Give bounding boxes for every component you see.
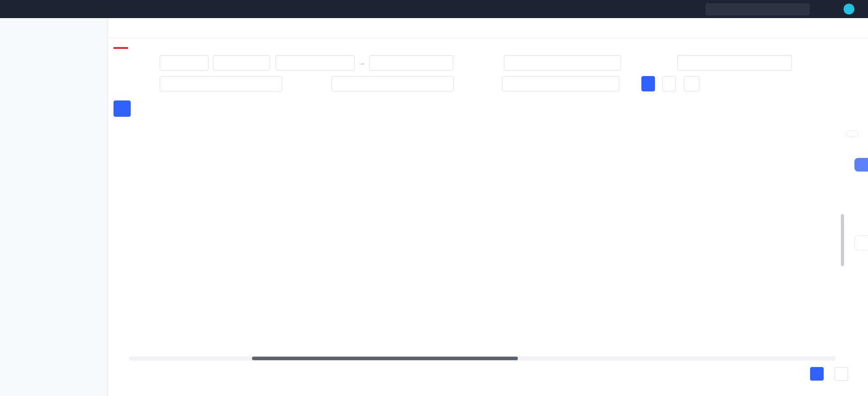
- supplier-select[interactable]: [504, 55, 621, 71]
- tab-bar: [108, 18, 868, 39]
- topbar: [0, 0, 868, 18]
- store-select[interactable]: [502, 76, 619, 91]
- filter-row-2: [114, 76, 863, 91]
- scrollbar-thumb[interactable]: [252, 357, 518, 360]
- global-search[interactable]: [706, 3, 810, 15]
- scroll-left-icon[interactable]: [114, 355, 120, 362]
- date-end-value[interactable]: [374, 59, 446, 67]
- scrollbar-track[interactable]: [129, 356, 835, 361]
- subtab-row: [108, 39, 868, 51]
- query-button[interactable]: [641, 76, 655, 91]
- search-input[interactable]: [714, 5, 805, 13]
- date-end-input[interactable]: [369, 55, 453, 71]
- sidebar-spacer: [5, 41, 103, 86]
- sidebar-home[interactable]: [5, 22, 103, 41]
- results-table-viewport: [114, 124, 843, 353]
- customer-service-tab[interactable]: [854, 235, 868, 250]
- sidebar-section-label: [5, 86, 103, 96]
- product-input[interactable]: [165, 80, 275, 88]
- scroll-right-icon[interactable]: [121, 355, 128, 362]
- product-select[interactable]: [160, 76, 282, 91]
- docno-field[interactable]: [677, 55, 792, 71]
- main-content: →: [108, 18, 868, 396]
- date-start-input[interactable]: [275, 55, 355, 71]
- help-center-tab[interactable]: [854, 158, 868, 172]
- filter-panel: →: [108, 51, 868, 91]
- column-settings-button[interactable]: [846, 130, 858, 137]
- supplier-input[interactable]: [509, 59, 613, 67]
- export-button[interactable]: [114, 100, 131, 117]
- vertical-scrollbar-thumb[interactable]: [841, 214, 844, 266]
- date-start-value[interactable]: [280, 59, 350, 67]
- date-type-select[interactable]: [160, 55, 209, 71]
- reset-button[interactable]: [662, 76, 676, 91]
- filter-row-1: →: [114, 55, 863, 71]
- scroll-right-end-icon[interactable]: [837, 355, 843, 362]
- store-input[interactable]: [507, 80, 612, 88]
- range-arrow-icon: →: [358, 59, 365, 67]
- table-zone: [114, 124, 843, 353]
- category-input[interactable]: [337, 80, 446, 88]
- toolbar: [108, 97, 868, 121]
- user-menu[interactable]: [844, 4, 861, 14]
- docno-input[interactable]: [682, 59, 787, 67]
- category-select[interactable]: [332, 76, 454, 91]
- horizontal-scrollbar[interactable]: [114, 355, 843, 362]
- date-preset-select[interactable]: [213, 55, 270, 71]
- sidebar: [0, 18, 108, 396]
- annotation-box: [114, 47, 128, 49]
- topbar-right: [706, 3, 868, 15]
- page-size-select[interactable]: [835, 367, 848, 381]
- current-page[interactable]: [810, 367, 824, 381]
- display-settings-button[interactable]: [684, 76, 699, 91]
- pagination: [108, 362, 859, 381]
- avatar: [844, 4, 854, 14]
